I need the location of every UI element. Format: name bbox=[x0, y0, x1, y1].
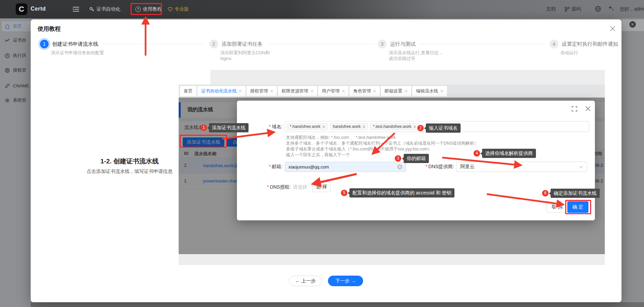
menu-source[interactable]: 源码 bbox=[565, 6, 581, 12]
menu-source-label: 源码 bbox=[571, 6, 581, 12]
cancel-button[interactable]: 取 消 bbox=[546, 201, 568, 213]
tab-authorization[interactable]: 授权管理 bbox=[246, 86, 277, 96]
target-icon bbox=[5, 68, 10, 73]
certd-logo-icon[interactable]: C bbox=[16, 3, 27, 15]
domain-tag[interactable]: *.handsfree.work bbox=[287, 123, 328, 130]
sidebar-item-label: 首页 bbox=[13, 23, 22, 29]
menu-cert-automation-label: 证书自动化 bbox=[96, 6, 120, 12]
step-4-desc: 自动运行 bbox=[560, 50, 618, 56]
domain-tag[interactable]: handsfree.work bbox=[330, 123, 368, 130]
shot-header-white bbox=[179, 70, 210, 85]
modal-close-icon[interactable] bbox=[608, 24, 618, 34]
home-icon bbox=[5, 24, 10, 29]
menu-cert-automation[interactable]: 证书自动化 bbox=[89, 6, 120, 12]
sidebar-item-cert-automation[interactable]: 证书自 bbox=[5, 36, 26, 44]
dns-provider-value: 阿里云 bbox=[460, 164, 579, 170]
close-all-tabs-icon[interactable] bbox=[629, 21, 636, 28]
menu-tutorial-label: 使用教程 bbox=[143, 6, 162, 12]
tutorial-modal: 使用教程 1 创建证书申请流水线 演示证书申请任务如何配置 2 添加部署证书任务… bbox=[31, 19, 621, 302]
tab-home[interactable]: 首页 bbox=[180, 86, 196, 96]
step-connector bbox=[419, 44, 545, 44]
sidebar-item-history[interactable]: 执行历 bbox=[5, 52, 26, 59]
top-navbar: C Certd 证书自动化 ? 使用教程 专业版 文档 源码 您好，admin bbox=[0, 0, 644, 18]
next-step-button[interactable]: 下一步 → bbox=[328, 276, 363, 286]
step-2-desc: 演示部署到阿里云CDN和Nginx bbox=[220, 50, 278, 61]
tutorial-screenshot: 首页 证书自动化流水线 授权管理 权限资源管理 用户管理 角色管理 邮箱设置 编… bbox=[179, 70, 605, 265]
user-greeting[interactable]: 您好，admin bbox=[620, 6, 644, 12]
modal-title: 使用教程 bbox=[38, 25, 61, 33]
tab-permission-resources[interactable]: 权限资源管理 bbox=[278, 86, 317, 96]
link-icon bbox=[5, 83, 10, 88]
dialog-close-icon[interactable] bbox=[585, 106, 590, 111]
step-4-title: 设置定时执行和邮件通知 bbox=[562, 41, 618, 47]
step-3[interactable]: 3 运行与测试 bbox=[378, 40, 416, 48]
menu-pro-label: 专业版 bbox=[175, 6, 189, 12]
tag-close-icon bbox=[414, 126, 416, 128]
tab-email-settings[interactable]: 邮箱设置 bbox=[381, 86, 411, 96]
step-2-number: 2 bbox=[209, 40, 218, 48]
domain-input[interactable]: *.handsfree.work handsfree.work *.test.h… bbox=[285, 121, 589, 132]
tutorial-body-heading: 1-2. 创建证书流水线 bbox=[61, 157, 198, 166]
tab-edit-pipeline[interactable]: 编辑流水线 bbox=[412, 86, 447, 96]
step-4[interactable]: 4 设置定时执行和邮件通知 bbox=[550, 40, 618, 48]
tag-close-icon bbox=[363, 126, 365, 128]
step-2-title: 添加部署证书任务 bbox=[222, 41, 263, 47]
user-greeting-label: 您好，admin bbox=[620, 6, 644, 12]
dns-auth-label: *DNS授权: bbox=[250, 184, 291, 190]
tab-close-icon[interactable] bbox=[405, 90, 407, 92]
sidebar-item-label: 证书自 bbox=[13, 37, 26, 43]
menu-docs-label: 文档 bbox=[546, 6, 556, 12]
tab-close-icon[interactable] bbox=[270, 90, 273, 92]
key-icon bbox=[89, 7, 94, 12]
sidebar-item-authorization[interactable]: 授权管 bbox=[5, 67, 26, 74]
domain-tag[interactable]: *.test.handsfree.work bbox=[370, 123, 419, 130]
brand-title: Certd bbox=[31, 6, 46, 12]
email-label: *邮箱: bbox=[250, 164, 283, 170]
step-2[interactable]: 2 添加部署证书任务 bbox=[209, 40, 263, 48]
sidebar-item-home[interactable]: 首页 bbox=[5, 23, 22, 30]
menu-tutorial[interactable]: ? 使用教程 bbox=[135, 6, 162, 12]
theme-sparkles-icon[interactable] bbox=[608, 5, 615, 12]
sidebar-item-cname[interactable]: CNAME bbox=[5, 82, 29, 89]
confirm-button[interactable]: 确 定 bbox=[567, 201, 588, 213]
step-3-desc: 演示流水线运行,查看日志，成功后跳过等 bbox=[389, 50, 446, 61]
prev-step-button[interactable]: ← 上一步 bbox=[289, 276, 322, 286]
sidebar-item-label: 系统管 bbox=[13, 97, 26, 103]
tab-close-icon[interactable] bbox=[239, 90, 242, 92]
sidebar-item-label: CNAME bbox=[13, 83, 29, 88]
domain-help: 支持通配符域名，例如: *.foo.com 、 *.test.handsfree… bbox=[286, 135, 478, 158]
shot-tabbar: 首页 证书自动化流水线 授权管理 权限资源管理 用户管理 角色管理 邮箱设置 编… bbox=[179, 85, 605, 98]
sidebar-item-label: 授权管 bbox=[13, 67, 26, 73]
step-1-number: 1 bbox=[40, 40, 49, 48]
collapse-sidebar-icon[interactable] bbox=[73, 7, 79, 12]
step-connector bbox=[269, 44, 375, 44]
tab-close-icon[interactable] bbox=[373, 90, 376, 92]
step-1-title: 创建证书申请流水线 bbox=[52, 41, 98, 47]
tab-users[interactable]: 用户管理 bbox=[318, 86, 348, 96]
menu-pro-edition[interactable]: 专业版 bbox=[168, 6, 189, 12]
help-circle-icon: ? bbox=[135, 6, 141, 12]
language-globe-icon[interactable] bbox=[595, 6, 601, 12]
chevron-down-icon bbox=[579, 166, 583, 168]
dns-provider-label: *DNS提供商: bbox=[409, 164, 454, 170]
shot-header-strip bbox=[179, 70, 605, 85]
sidebar-item-system[interactable]: 系统管 bbox=[5, 97, 26, 104]
tab-cert-pipeline[interactable]: 证书自动化流水线 bbox=[197, 86, 245, 96]
tab-close-icon[interactable] bbox=[440, 90, 443, 92]
tab-close-icon[interactable] bbox=[311, 90, 313, 92]
menu-docs[interactable]: 文档 bbox=[546, 6, 556, 12]
tab-roles[interactable]: 角色管理 bbox=[349, 86, 380, 96]
tab-close-icon[interactable] bbox=[342, 90, 345, 92]
dns-provider-select[interactable]: 阿里云 bbox=[456, 162, 587, 172]
clear-input-icon[interactable] bbox=[397, 164, 402, 170]
dns-auth-placeholder: 请选择 bbox=[293, 184, 307, 190]
fullscreen-icon[interactable] bbox=[572, 106, 577, 112]
git-branch-icon bbox=[565, 7, 569, 12]
gear-icon bbox=[5, 98, 10, 103]
clock-icon bbox=[5, 53, 10, 58]
step-3-number: 3 bbox=[378, 40, 387, 48]
email-field[interactable]: xiaojunnuo@qq.com bbox=[285, 162, 406, 172]
choose-auth-button[interactable]: 选 择 bbox=[312, 182, 331, 192]
app-root: C Certd 证书自动化 ? 使用教程 专业版 文档 源码 您好，admin bbox=[0, 0, 644, 307]
step-1[interactable]: 1 创建证书申请流水线 bbox=[40, 40, 98, 48]
